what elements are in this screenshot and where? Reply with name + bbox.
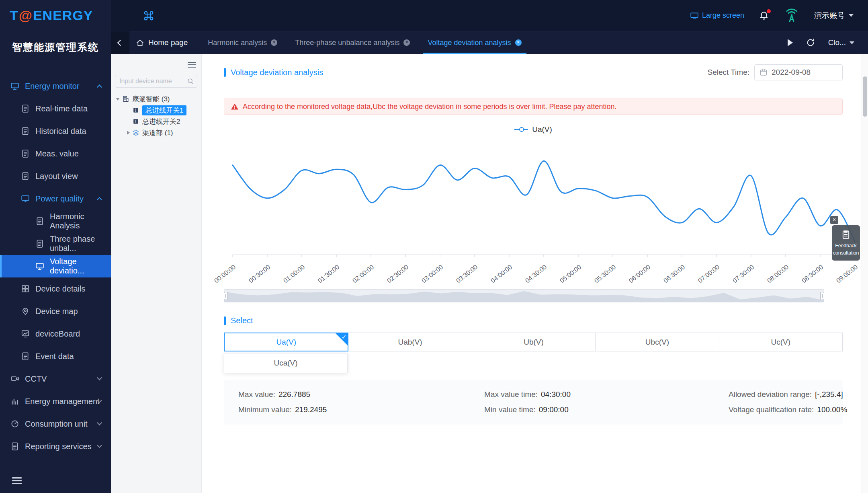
sidebar-item-layout-view[interactable]: Layout view	[0, 165, 111, 187]
datazoom-right-handle[interactable]	[820, 292, 824, 300]
device-details-icon	[21, 284, 30, 293]
three-phase-unbal-icon	[35, 239, 44, 248]
option-ub-v[interactable]: Ub(V)	[472, 333, 596, 351]
close-tabs-dropdown[interactable]: Clo...	[828, 38, 854, 47]
sidebar-collapse-button[interactable]	[12, 476, 22, 486]
brand-logo: T@ENERGY	[0, 0, 111, 31]
energy-monitor-icon	[10, 82, 19, 90]
tree-node-3[interactable]: 渠道部 (1)	[115, 127, 197, 138]
deviceboard-icon	[21, 329, 30, 338]
alert-banner: According to the monitored voltage data,…	[224, 99, 843, 115]
title-accent-bar	[224, 68, 226, 77]
open-tabs: Harmonic analysis×Three-phase unbalance …	[199, 31, 530, 54]
sidebar-item-device-details[interactable]: Device details	[0, 277, 111, 300]
scrollbar-thumb[interactable]	[863, 76, 867, 117]
account-menu[interactable]: 演示账号	[814, 10, 854, 21]
refresh-button[interactable]	[806, 38, 815, 47]
select-section-title: Select	[224, 316, 843, 325]
tree-node-0[interactable]: 康派智能 (3)	[115, 93, 197, 105]
device-search-input[interactable]	[115, 75, 197, 88]
tabs-forward-button[interactable]	[788, 39, 793, 46]
feedback-widget[interactable]: × Feedback consultation	[832, 225, 860, 261]
search-icon[interactable]	[187, 78, 194, 85]
datazoom-left-handle[interactable]	[224, 292, 228, 300]
tree-node-label[interactable]: 渠道部 (1)	[142, 128, 173, 138]
meas-value-icon	[21, 149, 30, 158]
tab-harmonic-analysis[interactable]: Harmonic analysis×	[203, 31, 282, 54]
caret-collapsed-icon[interactable]	[127, 131, 130, 135]
sidebar-item-event-data[interactable]: Event data	[0, 345, 111, 368]
tab-three-phase-unbalance-analysis[interactable]: Three-phase unbalance analysis×	[290, 31, 415, 54]
chevron-down-icon	[97, 375, 102, 380]
sidebar-item-consumption-unit[interactable]: Consumption unit	[0, 413, 111, 435]
option-uc-v[interactable]: Uc(V)	[719, 333, 843, 351]
sidebar-item-historical-data[interactable]: Historical data	[0, 120, 111, 142]
chevron-down-icon	[97, 420, 102, 425]
tree-node-label[interactable]: 总进线开关2	[142, 117, 180, 126]
sidebar-item-energy-management[interactable]: Energy management	[0, 390, 111, 413]
option-uca-v[interactable]: Uca(V)	[224, 353, 348, 373]
sidebar-item-harmonic-analysis[interactable]: Harmonic Analysis	[0, 210, 111, 232]
x-axis-tick-label: 02:00:00	[351, 263, 375, 285]
notification-bell-button[interactable]	[759, 10, 769, 21]
option-ubc-v[interactable]: Ubc(V)	[595, 333, 719, 351]
tree-node-label[interactable]: 总进线开关1	[142, 105, 186, 115]
datazoom-slider[interactable]	[224, 289, 824, 302]
sidebar-item-real-time-data[interactable]: Real-time data	[0, 97, 111, 120]
chart-legend[interactable]: Ua(V)	[224, 125, 843, 134]
feedback-close-button[interactable]: ×	[830, 216, 838, 224]
sidebar-item-label: deviceBoard	[35, 329, 80, 339]
device-tree-panel: 康派智能 (3)总进线开关1总进线开关2渠道部 (1)	[111, 54, 202, 493]
tab-bar: Home page Harmonic analysis×Three-phase …	[111, 31, 868, 54]
tree-node-1[interactable]: 总进线开关1	[115, 105, 197, 116]
command-icon[interactable]	[143, 10, 154, 21]
tab-label: Three-phase unbalance analysis	[295, 39, 399, 47]
sidebar-item-device-map[interactable]: Device map	[0, 300, 111, 323]
tab-close-icon[interactable]: ×	[403, 39, 410, 46]
device-map-icon	[21, 307, 30, 316]
content-area: 康派智能 (3)总进线开关1总进线开关2渠道部 (1) Voltage devi…	[111, 54, 868, 493]
tree-node-2[interactable]: 总进线开关2	[115, 116, 197, 127]
sidebar-item-power-quality[interactable]: Power quality	[0, 187, 111, 210]
caret-expanded-icon[interactable]	[116, 98, 120, 101]
panel-collapse-button[interactable]	[188, 60, 196, 69]
x-axis-tick-label: 03:00:00	[420, 263, 444, 285]
large-screen-button[interactable]: Large screen	[690, 11, 744, 20]
tab-voltage-deviation-analysis[interactable]: Voltage deviation analysis×	[423, 31, 526, 54]
power-quality-icon	[21, 194, 30, 203]
signal-tower-icon[interactable]	[784, 8, 800, 24]
sidebar-item-voltage-deviatio[interactable]: Voltage deviatio...	[0, 255, 111, 277]
tab-home[interactable]: Home page	[129, 31, 199, 54]
tree-node-label[interactable]: 康派智能 (3)	[132, 94, 170, 104]
x-axis-tick-label: 05:00:00	[559, 263, 583, 285]
tab-close-icon[interactable]: ×	[271, 39, 277, 46]
date-picker[interactable]: 2022-09-08	[754, 64, 843, 80]
legend-line-marker-icon	[514, 129, 528, 130]
phase-options-row: Ua(V)✓Uab(V)Ub(V)Ubc(V)Uc(V)	[224, 333, 843, 351]
sidebar-item-meas-value[interactable]: Meas. value	[0, 142, 111, 165]
line-chart: 00:00:0000:30:0001:00:0001:30:0002:00:00…	[224, 136, 867, 288]
tab-label: Voltage deviation analysis	[428, 39, 511, 47]
device-tree: 康派智能 (3)总进线开关1总进线开关2渠道部 (1)	[115, 93, 197, 138]
sidebar-item-energy-monitor[interactable]: Energy monitor	[0, 75, 111, 97]
scrollbar-track[interactable]	[862, 54, 868, 493]
sidebar-item-cctv[interactable]: CCTV	[0, 368, 111, 390]
sidebar-item-three-phase-unbal[interactable]: Three phase unbal...	[0, 232, 111, 255]
title-accent-bar	[224, 316, 226, 325]
alert-text: According to the monitored voltage data,…	[243, 103, 617, 111]
sidebar-item-deviceboard[interactable]: deviceBoard	[0, 323, 111, 345]
sidebar-item-label: Device map	[35, 307, 78, 316]
sidebar-item-label: Historical data	[35, 127, 86, 136]
calendar-icon	[760, 68, 768, 76]
stat-label: Allowed deviation range:	[729, 390, 812, 399]
option-uab-v[interactable]: Uab(V)	[348, 333, 472, 351]
option-ua-v[interactable]: Ua(V)✓	[224, 333, 348, 351]
layout-view-icon	[21, 172, 30, 181]
x-axis-tick-label: 01:00:00	[282, 263, 306, 285]
stat-max-value: Max value:226.7885	[238, 390, 484, 399]
x-axis-tick-label: 09:00:00	[835, 263, 859, 285]
stat-allowed-deviation-range: Allowed deviation range:[-,235.4]	[729, 390, 847, 399]
sidebar-item-reporting-services[interactable]: Reporting services	[0, 435, 111, 458]
tab-close-icon[interactable]: ×	[515, 39, 522, 46]
tabs-back-button[interactable]	[111, 31, 129, 54]
